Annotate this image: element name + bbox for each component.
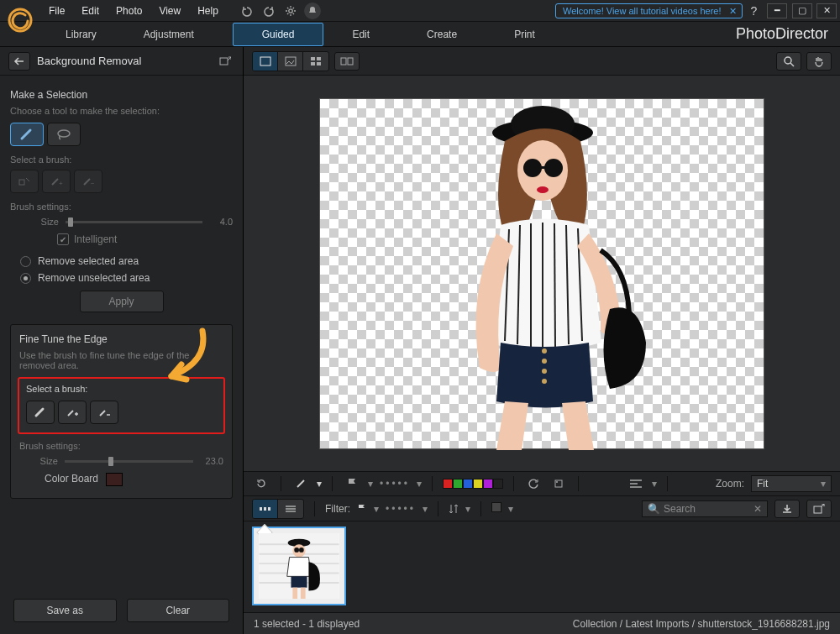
canvas[interactable] [244,76,840,471]
strip-view-list-icon[interactable] [278,500,303,518]
rotate-icon[interactable] [524,475,543,492]
svg-point-23 [542,348,547,354]
zoom-select[interactable]: Fit [751,475,832,492]
view-single-icon[interactable] [253,52,278,71]
export-icon[interactable] [806,500,832,518]
svg-point-42 [299,548,304,553]
size-slider[interactable] [66,221,202,223]
minimize-button[interactable]: ━ [767,3,787,18]
search-placeholder: Search [664,503,696,515]
label-colors[interactable] [443,479,503,489]
welcome-text: Welcome! View all tutorial videos here! [563,6,722,16]
view-image-icon[interactable] [278,52,303,71]
svg-point-18 [517,140,568,201]
brush-icon[interactable] [291,475,310,492]
undo-icon[interactable] [239,3,255,19]
smart-brush-tool[interactable] [10,123,44,146]
clear-button[interactable]: Clear [127,599,230,622]
mode-adjustment[interactable]: Adjustment [120,22,218,47]
help-icon[interactable]: ? [746,4,763,18]
svg-rect-44 [292,588,297,599]
mode-library[interactable]: Library [42,22,120,47]
history-icon[interactable] [252,475,270,492]
mode-print[interactable]: Print [486,22,564,47]
import-icon[interactable] [774,500,800,518]
brush-subtract-icon: − [74,170,102,193]
view-layout-group [252,51,329,71]
svg-rect-45 [301,588,306,599]
mode-guided[interactable]: Guided [233,23,324,46]
mode-create[interactable]: Create [398,22,486,47]
svg-point-28 [556,481,558,483]
zoom-tool-icon[interactable] [776,52,801,71]
flag-icon[interactable] [343,475,361,492]
notifications-bell-icon[interactable] [304,3,321,19]
search-input[interactable]: 🔍 Search ✕ [642,500,768,517]
foreground-subject [421,99,664,450]
lasso-tool[interactable] [47,123,81,146]
svg-rect-12 [317,62,321,65]
app-brand: PhotoDirector [736,25,828,43]
brush-add-icon: + [42,170,71,193]
ft-brush-add[interactable] [58,401,87,424]
menu-edit[interactable]: Edit [73,0,108,22]
svg-rect-4 [19,180,24,185]
menu-view[interactable]: View [150,0,189,22]
save-as-button[interactable]: Save as [13,599,117,622]
menu-help[interactable]: Help [189,0,227,22]
menu-photo[interactable]: Photo [108,0,150,22]
svg-rect-43 [291,576,307,587]
compare-view-icon[interactable] [334,52,360,71]
color-board-label: Color Board [45,473,98,485]
clear-search-icon[interactable]: ✕ [753,503,762,515]
strip-view-small-icon[interactable] [253,500,278,518]
mode-edit[interactable]: Edit [323,22,398,47]
svg-point-1 [289,8,292,12]
remove-selected-radio[interactable]: Remove selected area [20,255,233,267]
svg-rect-10 [317,57,321,60]
svg-point-3 [58,130,70,137]
redo-icon[interactable] [260,3,277,19]
close-icon[interactable]: ✕ [729,6,737,17]
intelligent-checkbox[interactable]: ✔Intelligent [57,233,233,245]
sort-icon[interactable] [449,503,459,515]
zoom-label: Zoom: [716,478,744,490]
welcome-banner[interactable]: Welcome! View all tutorial videos here! … [555,3,743,18]
apply-button[interactable]: Apply [80,291,164,312]
close-button[interactable]: ✕ [816,3,837,18]
ft-brush-subtract[interactable] [90,401,118,424]
panel-title: Background Removal [37,55,209,67]
color-board-swatch[interactable] [106,473,123,486]
svg-rect-14 [348,58,353,65]
status-selection: 1 selected - 1 displayed [254,618,360,630]
svg-rect-8 [286,57,296,65]
svg-rect-7 [260,57,270,65]
svg-rect-31 [268,507,270,511]
label-picker-icon[interactable] [491,502,501,515]
ft-select-brush-label: Select a brush: [26,384,217,394]
filter-flag-icon[interactable] [357,504,367,514]
crop-icon[interactable] [549,475,568,492]
transparency-checkerboard [319,98,764,449]
filmstrip-thumbnail[interactable] [252,527,346,605]
svg-point-26 [542,379,547,384]
maximize-button[interactable]: ▢ [792,3,812,18]
fine-tune-heading: Fine Tune the Edge [19,333,223,345]
remove-unselected-radio[interactable]: Remove unselected area [20,272,233,284]
svg-point-24 [542,359,547,364]
align-icon[interactable] [627,475,645,492]
popout-icon[interactable] [216,53,234,70]
ft-size-slider[interactable] [65,460,193,463]
status-path: Collection / Latest Imports / shuttersto… [573,618,830,630]
choose-tool-label: Choose a tool to make the selection: [10,106,233,116]
menu-file[interactable]: File [40,0,73,22]
ft-brush-erase[interactable] [26,401,55,424]
svg-point-15 [785,57,791,64]
back-button[interactable] [8,52,30,71]
svg-rect-2 [220,58,228,65]
settings-gear-icon[interactable] [282,3,299,19]
app-logo-icon [5,5,35,35]
view-grid-icon[interactable] [303,52,328,71]
brush-auto-icon [10,170,39,193]
pan-hand-icon[interactable] [806,52,832,71]
